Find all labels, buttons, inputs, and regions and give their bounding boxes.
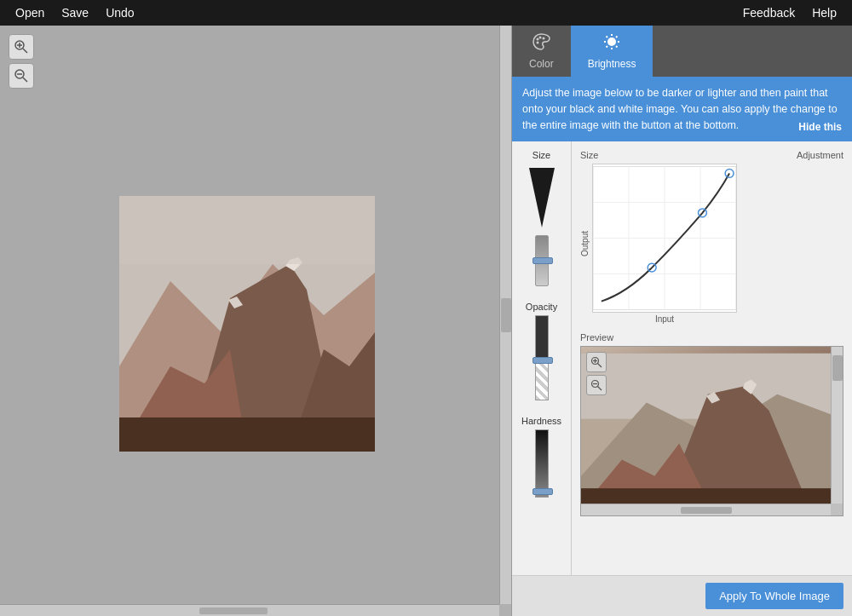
curve-row: Output [580,164,843,324]
help-menu[interactable]: Help [803,3,845,23]
adjustment-header: Adjustment [797,150,843,160]
size-slider-section: Size [519,150,564,286]
preview-label: Preview [580,332,843,343]
preview-scrollbar-thumb [681,507,732,514]
brush-size-visual [529,164,555,232]
canvas-horizontal-scrollbar[interactable] [0,604,499,616]
preview-zoom-in-button[interactable] [586,352,607,372]
opacity-track[interactable] [535,315,549,400]
save-menu[interactable]: Save [53,3,97,23]
svg-line-25 [607,37,608,38]
canvas-image [119,196,375,452]
svg-point-19 [537,42,539,44]
zoom-out-button[interactable] [9,63,34,89]
svg-rect-15 [119,196,375,264]
canvas-scroll-corner [499,604,511,616]
right-content: Size Adjustment Output [572,141,852,575]
preview-scroll-corner [831,504,843,515]
zoom-in-button[interactable] [9,34,34,60]
opacity-label: Opacity [526,302,557,312]
main-area: Color Brightness [0,26,852,616]
canvas-area [0,26,511,616]
size-slider-thumb[interactable] [532,257,553,264]
size-header: Size [580,150,598,160]
tab-color[interactable]: Color [512,26,571,77]
menubar: Open Save Undo Feedback Help [0,0,852,26]
preview-image [581,347,843,515]
svg-point-17 [539,37,542,39]
tab-brightness-label: Brightness [588,58,636,70]
curve-container[interactable] [592,164,737,313]
svg-point-16 [537,38,539,41]
info-box: Adjust the image below to be darker or l… [512,77,852,141]
opacity-slider-section: Opacity [519,302,564,400]
svg-line-5 [23,78,27,82]
tab-brightness[interactable]: Brightness [571,26,653,77]
preview-horizontal-scrollbar[interactable] [581,504,831,515]
hardness-track[interactable] [535,429,549,498]
input-label: Input [592,314,737,324]
controls-area: Size Opacity [512,141,852,575]
svg-line-49 [598,364,602,368]
open-menu[interactable]: Open [7,3,53,23]
feedback-menu[interactable]: Feedback [734,3,803,23]
svg-line-53 [598,387,602,391]
tab-color-label: Color [529,58,554,70]
apply-section: Apply To Whole Image [512,575,852,616]
opacity-overlay [536,316,548,358]
preview-container [580,346,843,516]
zoom-controls [9,34,34,89]
apply-to-whole-image-button[interactable]: Apply To Whole Image [705,583,843,609]
svg-line-28 [607,46,608,48]
brightness-icon [602,32,621,55]
tool-tabs: Color Brightness [512,26,852,77]
hardness-slider-thumb[interactable] [532,488,553,495]
adjustment-section: Size Adjustment Output [580,150,843,324]
undo-menu[interactable]: Undo [97,3,142,23]
svg-line-1 [23,49,27,53]
opacity-slider-thumb[interactable] [532,357,553,364]
preview-section: Preview [580,332,843,516]
color-icon [532,32,550,55]
preview-zoom-out-button[interactable] [586,375,607,395]
preview-zoom-controls [586,352,607,395]
right-panel: Color Brightness [511,26,852,616]
svg-point-20 [607,37,616,46]
curve-axis-left-wrap: Output [580,164,592,324]
hardness-label: Hardness [521,416,561,426]
svg-rect-14 [119,417,375,452]
svg-point-18 [543,37,545,40]
info-text: Adjust the image below to be darker or l… [522,87,838,131]
output-label: Output [580,231,590,256]
canvas-vertical-scrollbar[interactable] [499,26,511,604]
brush-triangle [529,168,555,227]
preview-vertical-scrollbar[interactable] [831,347,843,504]
curve-and-axis: Input [592,164,737,324]
hide-this-button[interactable]: Hide this [798,119,842,135]
svg-line-27 [616,37,618,38]
sliders-column: Size Opacity [512,141,572,575]
labels-row: Size Adjustment [580,150,843,162]
size-label: Size [532,150,550,160]
svg-line-26 [616,46,618,48]
hardness-slider-section: Hardness [519,416,564,498]
size-slider-track[interactable] [535,235,549,286]
